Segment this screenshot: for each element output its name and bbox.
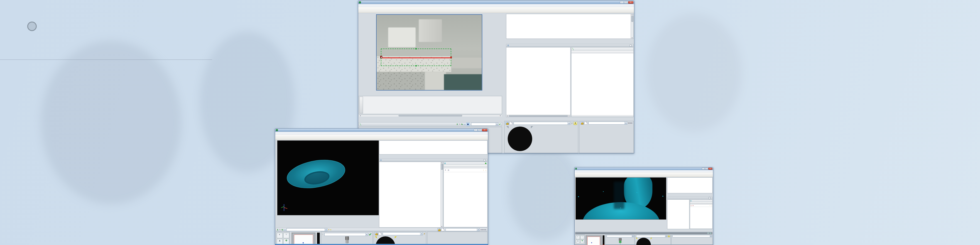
export-icon[interactable]: ⬇ <box>277 229 278 231</box>
delete-point-icon[interactable]: ✕ <box>445 169 447 172</box>
probe-button[interactable]: ⑂ <box>283 233 289 238</box>
machine-panels: ◐ ⑂ ▲ ✥ ▼ <box>575 235 713 245</box>
ring-light-wheel[interactable] <box>636 238 651 245</box>
edge-start-handle[interactable] <box>380 56 382 58</box>
stylus-combo[interactable]: ▼ <box>325 233 368 236</box>
tolerance-icon[interactable]: % <box>710 232 711 234</box>
settings-sliders-icon[interactable]: ⚏ <box>284 229 286 231</box>
light-combo[interactable]: ▼ <box>636 235 667 237</box>
cone-button[interactable]: ▲ <box>277 239 283 244</box>
light-lock-button[interactable] <box>506 122 509 125</box>
rotate-left-arrow[interactable] <box>375 236 377 239</box>
probe-button[interactable]: ⑂ <box>580 235 584 239</box>
clear-icon[interactable]: ✗ <box>328 229 329 231</box>
light-off-icon[interactable]: ✗ <box>423 233 425 235</box>
cone-button[interactable]: ▲ <box>576 240 580 243</box>
alignment-tools-icons[interactable]: ⊕⊕⊕ <box>628 122 632 124</box>
delete-all-points-icon[interactable]: ⧉ <box>448 169 449 172</box>
settings-sliders-icon[interactable]: ⚏ <box>464 123 466 126</box>
light-lock-button[interactable] <box>374 232 378 235</box>
alignment-combo[interactable]: ▼ <box>672 235 712 237</box>
move-down-icon[interactable]: ↓ <box>711 205 712 207</box>
lamp-icon[interactable]: ● <box>330 229 331 231</box>
alignment-lock-button[interactable] <box>438 228 441 231</box>
titlebar[interactable]: ─ ▢ ✕ <box>574 167 713 170</box>
edge-end-handle[interactable] <box>450 56 452 58</box>
3d-view[interactable] <box>576 177 666 220</box>
alignment-combo[interactable]: ▼ <box>445 228 480 231</box>
delete-point-icon[interactable]: ✕ <box>690 205 692 207</box>
lamp-button[interactable]: ◐ <box>277 233 283 238</box>
close-button[interactable]: ✕ <box>708 168 712 170</box>
move-up-icon[interactable]: ↑ <box>710 205 710 207</box>
tools-scrollbar[interactable]: ▲▼ <box>631 14 633 38</box>
close-button[interactable]: ✕ <box>628 1 633 4</box>
alignment-preset-icon[interactable] <box>584 122 587 124</box>
window-bottom-strip <box>275 244 488 245</box>
stylus-combo[interactable]: ▼ <box>606 235 634 237</box>
tolerance-icon[interactable]: % <box>282 229 283 231</box>
detected-edge-line[interactable] <box>381 57 452 58</box>
light-preset-icon[interactable] <box>509 122 512 125</box>
delete-all-points-icon[interactable]: ⧉ <box>692 205 694 207</box>
rotate-left-arrow[interactable] <box>506 126 509 129</box>
background-photo-circle <box>27 22 37 31</box>
tolerance-icon[interactable]: % <box>461 123 463 126</box>
rotate-right-arrow[interactable] <box>395 236 397 239</box>
light-on-button[interactable]: ● <box>573 122 577 125</box>
maximize-button[interactable]: ▢ <box>478 129 482 131</box>
scene-block <box>419 19 442 42</box>
close-button[interactable]: ✕ <box>482 129 487 131</box>
camera-view[interactable] <box>376 14 482 91</box>
lamp-button[interactable]: ◐ <box>576 235 580 239</box>
alignment-combo[interactable]: ▼ <box>589 122 627 124</box>
export-icon[interactable]: ⬇ <box>707 232 709 234</box>
rotate-right-arrow[interactable] <box>651 238 652 239</box>
alignment-tools-icons[interactable]: ⊕⊕⊕⊕ <box>480 229 486 231</box>
joystick-button[interactable]: ✥ <box>283 239 289 244</box>
ring-light-wheel[interactable] <box>508 127 532 151</box>
light-preset-icon[interactable] <box>379 232 381 235</box>
tree-hscrollbar[interactable]: ◄► <box>506 115 570 117</box>
program-icon: ☰ <box>380 159 382 161</box>
3d-view[interactable] <box>277 140 379 215</box>
lens-combo[interactable]: ▼ <box>471 123 498 126</box>
region-handle[interactable] <box>415 65 417 67</box>
filmstrip-scrollbar[interactable]: ◄► <box>359 115 501 116</box>
show-derived-checkbox[interactable] <box>709 197 711 199</box>
filmstrip-page-button[interactable] <box>360 97 363 113</box>
alignment-preset-icon[interactable] <box>441 228 444 231</box>
edit-icon[interactable]: ✎ <box>279 229 281 231</box>
rotate-left-arrow[interactable] <box>636 238 637 239</box>
stage-map[interactable] <box>291 232 315 245</box>
light-panel: ▼ ✗ ● <box>504 121 578 153</box>
show-derived-checkbox[interactable] <box>484 159 485 161</box>
titlebar[interactable]: ─ ▢ ✕ <box>358 1 634 4</box>
move-down-icon[interactable]: ↓ <box>485 169 487 172</box>
axis-triad-icon <box>281 204 288 212</box>
minimize-button[interactable]: ─ <box>620 1 624 4</box>
joystick-button[interactable]: ✥ <box>580 240 584 243</box>
tree-scrollbar[interactable]: ▲▼ <box>441 162 443 227</box>
feature-combo[interactable]: ▼ <box>286 228 327 231</box>
rotate-right-arrow[interactable] <box>531 126 533 129</box>
alignment-lock-button[interactable] <box>580 122 584 124</box>
titlebar[interactable]: ─ ▢ ✕ <box>275 129 488 132</box>
export-icon[interactable]: ⬇ <box>456 123 458 126</box>
edit-icon[interactable]: ✎ <box>459 123 460 126</box>
maximize-button[interactable]: ▢ <box>624 1 628 4</box>
z-axis-bar[interactable] <box>603 235 605 245</box>
light-on-button[interactable]: ● <box>668 235 670 237</box>
move-up-icon[interactable]: ↑ <box>483 169 484 172</box>
maximize-button[interactable]: ▢ <box>705 168 708 170</box>
minimize-button[interactable]: ─ <box>474 129 478 131</box>
show-derived-checkbox[interactable] <box>630 45 632 46</box>
light-off-icon[interactable]: ✗ <box>571 122 573 124</box>
light-combo[interactable]: ▼ <box>514 122 570 125</box>
z-axis-bar[interactable] <box>317 232 320 245</box>
minimize-button[interactable]: ─ <box>702 168 705 170</box>
camera-mode-button[interactable]: ⬟ <box>466 123 470 126</box>
light-combo[interactable]: ▼ <box>383 232 423 235</box>
region-handle[interactable] <box>415 48 417 49</box>
stage-map[interactable] <box>585 235 602 245</box>
